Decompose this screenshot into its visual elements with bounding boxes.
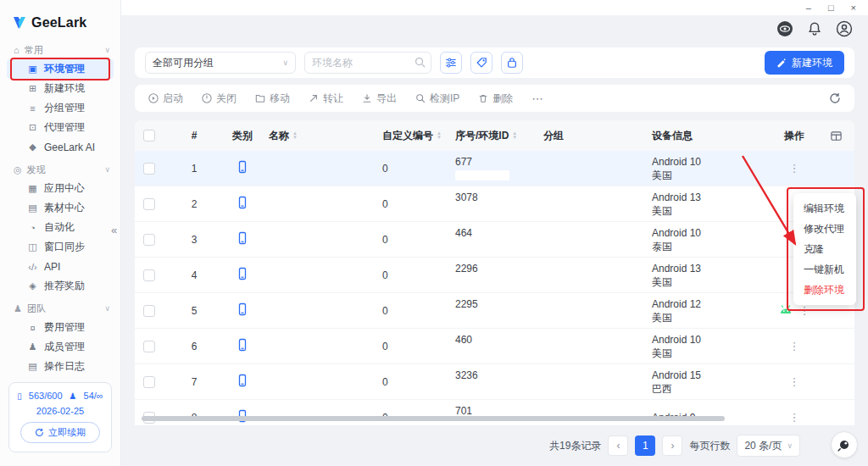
- members-icon: ♟: [27, 341, 38, 352]
- sidebar-item-geelark-ai[interactable]: ◆ GeeLark AI: [7, 137, 114, 157]
- sidebar-item-env-manage[interactable]: ▣ 环境管理: [7, 59, 114, 79]
- row-checkbox[interactable]: [143, 198, 155, 210]
- select-all-checkbox[interactable]: [143, 130, 155, 141]
- sidebar-item-api[interactable]: ‹/› API: [7, 257, 114, 276]
- bag-icon: [506, 57, 518, 69]
- sidebar-item-material-center[interactable]: ▤ 素材中心: [7, 198, 114, 218]
- table-row[interactable]: 8 0 701 Android 9 ⋮: [135, 400, 854, 425]
- sort-icon[interactable]: ▲▼: [292, 131, 298, 140]
- menu-item-clone[interactable]: 克隆: [793, 239, 856, 259]
- row-checkbox[interactable]: [143, 305, 155, 317]
- sidebar-section-team[interactable]: ♟ 团队 ∨: [0, 299, 120, 318]
- horizontal-scrollbar[interactable]: [142, 416, 725, 421]
- incognito-browser-icon[interactable]: [776, 20, 793, 37]
- header-name[interactable]: 名称▲▼: [269, 129, 382, 143]
- menu-item-delete-env[interactable]: 删除环境: [793, 280, 856, 300]
- next-page-button[interactable]: ›: [662, 435, 682, 456]
- env-table: # 类别 名称▲▼ 自定义编号▲▼ 序号/环境ID▲▼ 分组 设备信息 操作 1: [135, 120, 854, 425]
- row-more-button[interactable]: ⋮: [789, 162, 800, 175]
- header-action: 操作: [762, 129, 826, 143]
- group-filter-value: 全部可用分组: [153, 56, 214, 70]
- column-settings[interactable]: [826, 130, 854, 142]
- menu-item-modify-proxy[interactable]: 修改代理: [793, 219, 856, 239]
- logs-icon: ▤: [27, 361, 38, 372]
- menu-item-edit-env[interactable]: 编辑环境: [793, 198, 856, 219]
- sidebar-item-proxy-manage[interactable]: ⊡ 代理管理: [7, 118, 114, 137]
- env-name-search-input[interactable]: [304, 52, 431, 74]
- sidebar-item-members[interactable]: ♟ 成员管理: [7, 337, 114, 357]
- new-env-button[interactable]: 新建环境: [765, 51, 844, 75]
- user-account-icon[interactable]: [836, 20, 853, 37]
- notifications-bell-icon[interactable]: [807, 21, 822, 36]
- row-context-menu: 编辑环境 修改代理 克隆 一键新机 删除环境: [793, 193, 856, 305]
- table-row[interactable]: 3 0 464 Android 10泰国 ⋮: [135, 222, 854, 258]
- transfer-arrow-icon: [309, 93, 319, 103]
- app-title: GeeLark: [31, 15, 86, 31]
- sidebar-item-billing[interactable]: ¤ 费用管理: [7, 318, 114, 337]
- sidebar-section-common[interactable]: ⌂ 常用 ∨: [0, 41, 120, 59]
- row-checkbox[interactable]: [143, 234, 155, 246]
- sidebar-item-automation[interactable]: ◔ 自动化: [7, 218, 114, 237]
- table-row[interactable]: 7 0 3236 Android 15巴西 ⋮: [135, 364, 854, 400]
- filter-bar: 全部可用分组 ∨: [135, 47, 854, 78]
- check-ip-button[interactable]: 检测IP: [415, 92, 459, 106]
- tag-filter-button[interactable]: [470, 52, 492, 74]
- sidebar-item-window-sync[interactable]: ◫ 窗口同步: [7, 237, 114, 257]
- table-header-row: # 类别 名称▲▼ 自定义编号▲▼ 序号/环境ID▲▼ 分组 设备信息 操作: [135, 120, 854, 151]
- group-filter-select[interactable]: 全部可用分组 ∨: [145, 52, 296, 74]
- rewards-icon: ◈: [27, 280, 38, 291]
- app-filter-button[interactable]: [501, 52, 523, 74]
- menu-item-new-machine[interactable]: 一键新机: [793, 259, 856, 280]
- app-window: GeeLark ⌂ 常用 ∨ ▣ 环境管理 ⊞ 新建环境 ≡ 分组管理 ⊡ 代理…: [0, 0, 868, 466]
- custom-no: 0: [382, 376, 455, 388]
- device-region: 美国: [652, 311, 762, 325]
- sidebar-item-new-env[interactable]: ⊞ 新建环境: [7, 79, 114, 98]
- sidebar-item-app-center[interactable]: ▦ 应用中心: [7, 179, 114, 198]
- table-row[interactable]: 4 0 2296 Android 13美国 ⋮: [135, 258, 854, 293]
- window-maximize-button[interactable]: □: [828, 3, 834, 13]
- row-more-button[interactable]: ⋮: [799, 304, 810, 317]
- row-more-button[interactable]: ⋮: [789, 375, 800, 388]
- sidebar-section-discover[interactable]: ◎ 发现 ∨: [0, 160, 120, 179]
- header-custom-no[interactable]: 自定义编号▲▼: [382, 129, 455, 143]
- row-checkbox[interactable]: [143, 341, 155, 352]
- sort-icon[interactable]: ▲▼: [512, 131, 517, 140]
- sidebar-collapse-icon[interactable]: «: [111, 224, 117, 236]
- cloud-phone-icon: [236, 231, 249, 245]
- window-minimize-button[interactable]: –: [806, 3, 811, 13]
- current-page[interactable]: 1: [635, 435, 655, 456]
- sidebar-item-label: GeeLark AI: [44, 141, 95, 153]
- start-button[interactable]: 启动: [148, 92, 183, 106]
- table-row[interactable]: 2 0 3078 Android 13美国 ⋮: [135, 186, 854, 222]
- support-float-button[interactable]: [831, 431, 858, 458]
- table-row[interactable]: 6 0 460 Android 10美国 ⋮: [135, 329, 854, 364]
- header-env-id[interactable]: 序号/环境ID▲▼: [455, 129, 543, 143]
- delete-button[interactable]: 删除: [478, 92, 513, 106]
- export-button[interactable]: 导出: [362, 92, 397, 106]
- sidebar-item-logs[interactable]: ▤ 操作日志: [7, 357, 114, 376]
- transfer-button[interactable]: 转让: [309, 92, 343, 106]
- prev-page-button[interactable]: ‹: [608, 435, 628, 456]
- device-region: 美国: [652, 204, 762, 218]
- renew-button[interactable]: 立即续期: [20, 422, 100, 443]
- advanced-filter-button[interactable]: [440, 52, 462, 74]
- sidebar-item-group-manage[interactable]: ≡ 分组管理: [7, 98, 114, 118]
- per-page-select[interactable]: 20 条/页 ∨: [737, 435, 800, 457]
- refresh-table-button[interactable]: [829, 92, 841, 104]
- table-row[interactable]: 1 0 677 Android 10美国 ⋮: [135, 151, 854, 186]
- row-checkbox[interactable]: [143, 376, 155, 388]
- play-icon: [148, 93, 159, 103]
- stop-button[interactable]: 关闭: [202, 92, 236, 106]
- row-index: 2: [172, 198, 216, 210]
- sort-icon[interactable]: ▲▼: [437, 131, 442, 140]
- more-actions-button[interactable]: ⋯: [531, 92, 545, 105]
- row-checkbox[interactable]: [143, 269, 155, 281]
- row-checkbox[interactable]: [143, 163, 155, 175]
- window-close-button[interactable]: ×: [851, 3, 856, 13]
- row-index: 4: [172, 269, 216, 281]
- table-row[interactable]: 5 0 2295 Android 12美国 ⋮: [135, 293, 854, 329]
- row-more-button[interactable]: ⋮: [789, 340, 800, 352]
- move-button[interactable]: 移动: [255, 92, 290, 106]
- row-more-button[interactable]: ⋮: [789, 411, 800, 424]
- sidebar-item-rewards[interactable]: ◈ 推荐奖励: [7, 276, 114, 296]
